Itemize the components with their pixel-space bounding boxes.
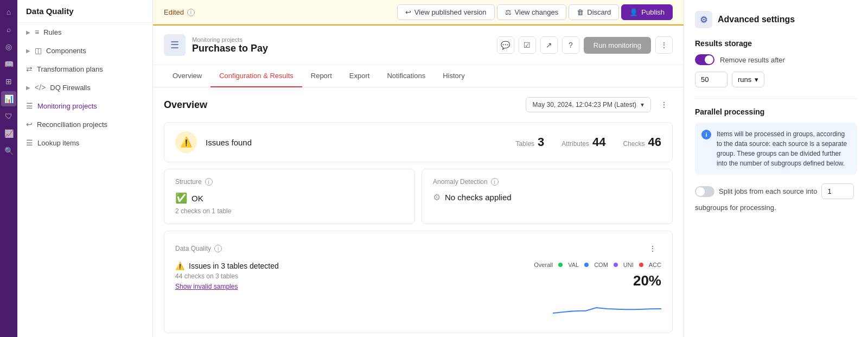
breadcrumb: Monitoring projects bbox=[192, 36, 268, 43]
project-icon: ☰ bbox=[164, 34, 186, 56]
edited-info-icon[interactable]: i bbox=[187, 9, 195, 16]
view-published-button[interactable]: ↩ View published version bbox=[397, 4, 495, 20]
sidebar-title: Data Quality bbox=[17, 0, 152, 23]
overview-header: Overview May 30, 2024, 12:04:23 PM (Late… bbox=[164, 96, 673, 113]
issues-label: Issues found bbox=[206, 138, 252, 147]
tab-overview[interactable]: Overview bbox=[164, 65, 210, 87]
attributes-stat: Attributes 44 bbox=[561, 135, 605, 149]
runs-row: runs ▾ bbox=[695, 72, 857, 87]
issues-stats: Tables 3 Attributes 44 Checks 46 bbox=[515, 135, 661, 149]
grid-icon[interactable]: ⊞ bbox=[1, 74, 16, 89]
structure-card: Structure i ✅ OK 2 checks on 1 table bbox=[164, 169, 415, 224]
structure-status: ✅ OK bbox=[175, 192, 404, 204]
split-jobs-input[interactable] bbox=[821, 183, 854, 199]
chevron-down-icon: ▾ bbox=[641, 101, 644, 109]
lookup-icon: ☰ bbox=[26, 138, 33, 147]
sidebar: Data Quality ▶ ≡ Rules ▶ ◫ Components ⇄ … bbox=[17, 0, 153, 337]
home-icon[interactable]: ⌂ bbox=[1, 4, 16, 20]
edit-banner: Edited i ↩ View published version ⚖ View… bbox=[153, 0, 684, 26]
expand-icon: ▶ bbox=[26, 29, 30, 35]
val-label: VAL bbox=[568, 262, 579, 268]
sidebar-item-rules[interactable]: ▶ ≡ Rules bbox=[17, 23, 152, 41]
more-options-button[interactable]: ⋮ bbox=[655, 36, 673, 54]
shield-icon[interactable]: 🛡 bbox=[1, 109, 16, 124]
icon-bar: ⌂ ⌕ ◎ 📖 ⊞ 📊 🛡 📈 🔍 bbox=[0, 0, 17, 337]
check-icon: ✅ bbox=[175, 192, 187, 204]
issues-card: ⚠️ Issues found Tables 3 Attributes 44 C… bbox=[164, 122, 673, 162]
uni-dot bbox=[614, 263, 618, 267]
dq-more-button[interactable]: ⋮ bbox=[644, 240, 661, 257]
com-label: COM bbox=[594, 262, 608, 268]
tab-history[interactable]: History bbox=[434, 65, 473, 87]
stats-icon[interactable]: 📊 bbox=[1, 91, 16, 106]
checks-value: 46 bbox=[648, 135, 661, 149]
transformation-icon: ⇄ bbox=[26, 65, 33, 73]
structure-info-icon[interactable]: i bbox=[205, 178, 213, 186]
data-quality-card: Data Quality i ⋮ ⚠️ Issues in 3 tables d… bbox=[164, 231, 673, 333]
dq-checks: 44 checks on 3 tables bbox=[175, 272, 523, 280]
dq-left: ⚠️ Issues in 3 tables detected 44 checks… bbox=[175, 262, 523, 290]
gear-icon: ⚙ bbox=[433, 192, 441, 202]
run-monitoring-button[interactable]: Run monitoring bbox=[584, 37, 651, 54]
parallel-processing-label: Parallel processing bbox=[695, 107, 857, 116]
search-icon[interactable]: ⌕ bbox=[1, 22, 16, 37]
panel-title: ⚙ Advanced settings bbox=[695, 11, 857, 28]
runs-select[interactable]: runs ▾ bbox=[732, 72, 764, 87]
reconciliation-icon: ↩ bbox=[26, 120, 33, 129]
dq-warning-icon: ⚠️ bbox=[175, 262, 184, 270]
sidebar-item-transformation-plans[interactable]: ⇄ Transformation plans bbox=[17, 60, 152, 78]
remove-results-label: Remove results after bbox=[720, 56, 785, 64]
overview-more-button[interactable]: ⋮ bbox=[655, 96, 673, 113]
banner-actions: ↩ View published version ⚖ View changes … bbox=[397, 4, 673, 20]
runs-input[interactable] bbox=[695, 72, 727, 87]
tab-export[interactable]: Export bbox=[341, 65, 379, 87]
remove-results-toggle[interactable] bbox=[695, 54, 714, 65]
tables-label: Tables bbox=[515, 140, 534, 148]
attributes-label: Attributes bbox=[561, 140, 589, 148]
split-jobs-row: Split jobs from each source into bbox=[695, 183, 857, 199]
show-invalid-samples-link[interactable]: Show invalid samples bbox=[175, 283, 238, 290]
split-jobs-label: Split jobs from each source into bbox=[719, 187, 817, 195]
chart-bar-icon[interactable]: 📈 bbox=[1, 126, 16, 141]
target-icon[interactable]: ◎ bbox=[1, 39, 16, 54]
acc-dot bbox=[639, 263, 643, 267]
date-value: May 30, 2024, 12:04:23 PM (Latest) bbox=[533, 101, 636, 109]
discard-button[interactable]: 🗑 Discard bbox=[569, 4, 619, 20]
dq-header: Data Quality i ⋮ bbox=[175, 240, 661, 257]
dq-chart-area: ⚠️ Issues in 3 tables detected 44 checks… bbox=[175, 262, 661, 324]
date-selector[interactable]: May 30, 2024, 12:04:23 PM (Latest) ▾ bbox=[526, 97, 651, 112]
dq-legend: Overall VAL COM UNI ACC bbox=[534, 262, 661, 268]
overview-title: Overview bbox=[164, 99, 207, 111]
com-dot bbox=[584, 263, 589, 267]
share-button[interactable]: ↗ bbox=[540, 36, 558, 54]
sidebar-item-lookup-items[interactable]: ☰ Lookup items bbox=[17, 133, 152, 152]
tab-configuration-results[interactable]: Configuration & Results bbox=[210, 65, 302, 87]
sidebar-item-dq-firewalls[interactable]: ▶ </> DQ Firewalls bbox=[17, 78, 152, 97]
help-button[interactable]: ? bbox=[562, 36, 579, 54]
query-icon[interactable]: 🔍 bbox=[1, 143, 16, 158]
info-icon: i bbox=[701, 130, 711, 139]
anomaly-info-icon[interactable]: i bbox=[491, 178, 499, 186]
dq-warning: ⚠️ Issues in 3 tables detected bbox=[175, 262, 523, 270]
sidebar-item-components[interactable]: ▶ ◫ Components bbox=[17, 41, 152, 60]
checklist-button[interactable]: ☑ bbox=[519, 36, 536, 54]
results-storage-label: Results storage bbox=[695, 39, 857, 48]
view-changes-button[interactable]: ⚖ View changes bbox=[497, 4, 567, 20]
structure-detail: 2 checks on 1 table bbox=[175, 207, 404, 215]
sidebar-item-monitoring-projects[interactable]: ☰ Monitoring projects bbox=[17, 97, 152, 115]
dq-info-icon[interactable]: i bbox=[214, 245, 222, 252]
balance-icon: ⚖ bbox=[505, 8, 512, 16]
tab-report[interactable]: Report bbox=[302, 65, 341, 87]
publish-button[interactable]: 👤 Publish bbox=[621, 4, 673, 20]
anomaly-status: ⚙ No checks applied bbox=[433, 192, 661, 202]
main-content: Edited i ↩ View published version ⚖ View… bbox=[153, 0, 684, 337]
expand-icon: ▶ bbox=[26, 85, 30, 91]
issues-warning-icon: ⚠️ bbox=[175, 131, 197, 153]
tab-notifications[interactable]: Notifications bbox=[378, 65, 434, 87]
rules-icon: ≡ bbox=[35, 28, 39, 36]
comment-button[interactable]: 💬 bbox=[497, 36, 514, 54]
split-jobs-toggle[interactable] bbox=[695, 186, 714, 197]
sidebar-item-reconciliation-projects[interactable]: ↩ Reconciliation projects bbox=[17, 115, 152, 133]
book-icon[interactable]: 📖 bbox=[1, 56, 16, 72]
structure-title: Structure i bbox=[175, 178, 404, 186]
